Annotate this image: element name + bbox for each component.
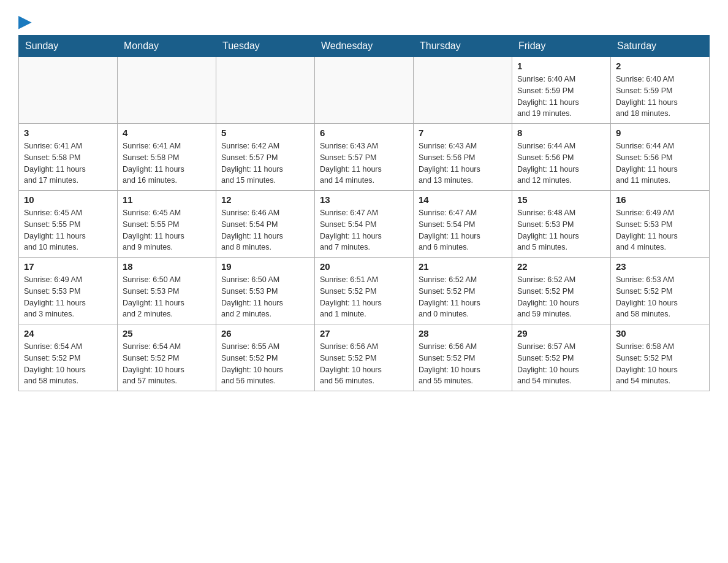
day-number: 19 [221,261,309,272]
day-info: Sunrise: 6:41 AM Sunset: 5:58 PM Dayligh… [24,140,112,186]
day-number: 7 [419,128,507,138]
calendar-cell [216,57,315,124]
day-number: 27 [320,328,408,339]
calendar-cell: 27Sunrise: 6:56 AM Sunset: 5:52 PM Dayli… [315,324,414,391]
calendar-cell [315,57,414,124]
day-info: Sunrise: 6:52 AM Sunset: 5:52 PM Dayligh… [517,274,605,320]
day-number: 8 [517,128,605,138]
calendar-week-row: 10Sunrise: 6:45 AM Sunset: 5:55 PM Dayli… [19,191,710,258]
day-number: 28 [419,328,507,339]
day-info: Sunrise: 6:50 AM Sunset: 5:53 PM Dayligh… [123,274,211,320]
day-number: 16 [616,194,704,205]
calendar-cell: 16Sunrise: 6:49 AM Sunset: 5:53 PM Dayli… [611,191,710,258]
day-header-monday: Monday [118,36,216,57]
day-info: Sunrise: 6:40 AM Sunset: 5:59 PM Dayligh… [517,74,605,120]
day-number: 24 [24,328,112,339]
day-info: Sunrise: 6:46 AM Sunset: 5:54 PM Dayligh… [221,207,309,253]
day-info: Sunrise: 6:56 AM Sunset: 5:52 PM Dayligh… [419,341,507,387]
header: ▶ [18,12,710,29]
day-number: 18 [123,261,211,272]
day-info: Sunrise: 6:41 AM Sunset: 5:58 PM Dayligh… [123,140,211,186]
day-number: 3 [24,128,112,138]
day-number: 25 [123,328,211,339]
calendar-cell: 21Sunrise: 6:52 AM Sunset: 5:52 PM Dayli… [414,258,512,324]
calendar-week-row: 17Sunrise: 6:49 AM Sunset: 5:53 PM Dayli… [19,258,710,324]
day-info: Sunrise: 6:48 AM Sunset: 5:53 PM Dayligh… [517,207,605,253]
calendar-cell: 17Sunrise: 6:49 AM Sunset: 5:53 PM Dayli… [19,258,118,324]
calendar-cell: 7Sunrise: 6:43 AM Sunset: 5:56 PM Daylig… [414,124,512,191]
calendar-cell: 6Sunrise: 6:43 AM Sunset: 5:57 PM Daylig… [315,124,414,191]
calendar-cell: 11Sunrise: 6:45 AM Sunset: 5:55 PM Dayli… [118,191,216,258]
day-info: Sunrise: 6:58 AM Sunset: 5:52 PM Dayligh… [616,341,704,387]
day-header-friday: Friday [512,36,611,57]
calendar-cell: 24Sunrise: 6:54 AM Sunset: 5:52 PM Dayli… [19,324,118,391]
calendar-cell: 4Sunrise: 6:41 AM Sunset: 5:58 PM Daylig… [118,124,216,191]
calendar-header-row: SundayMondayTuesdayWednesdayThursdayFrid… [19,36,710,57]
logo-blue-text: ▶ [18,12,31,31]
day-number: 4 [123,128,211,138]
day-header-tuesday: Tuesday [216,36,315,57]
day-info: Sunrise: 6:54 AM Sunset: 5:52 PM Dayligh… [24,341,112,387]
calendar-cell: 9Sunrise: 6:44 AM Sunset: 5:56 PM Daylig… [611,124,710,191]
day-number: 6 [320,128,408,138]
day-number: 23 [616,261,704,272]
calendar-cell: 25Sunrise: 6:54 AM Sunset: 5:52 PM Dayli… [118,324,216,391]
day-info: Sunrise: 6:42 AM Sunset: 5:57 PM Dayligh… [221,140,309,186]
calendar-cell: 18Sunrise: 6:50 AM Sunset: 5:53 PM Dayli… [118,258,216,324]
day-info: Sunrise: 6:45 AM Sunset: 5:55 PM Dayligh… [123,207,211,253]
calendar-cell: 8Sunrise: 6:44 AM Sunset: 5:56 PM Daylig… [512,124,611,191]
day-number: 11 [123,194,211,205]
day-number: 2 [616,61,704,71]
calendar-table: SundayMondayTuesdayWednesdayThursdayFrid… [18,35,710,391]
day-info: Sunrise: 6:43 AM Sunset: 5:57 PM Dayligh… [320,140,408,186]
calendar-cell: 10Sunrise: 6:45 AM Sunset: 5:55 PM Dayli… [19,191,118,258]
day-header-saturday: Saturday [611,36,710,57]
day-number: 9 [616,128,704,138]
day-info: Sunrise: 6:40 AM Sunset: 5:59 PM Dayligh… [616,74,704,120]
day-info: Sunrise: 6:47 AM Sunset: 5:54 PM Dayligh… [320,207,408,253]
calendar-cell: 14Sunrise: 6:47 AM Sunset: 5:54 PM Dayli… [414,191,512,258]
day-number: 26 [221,328,309,339]
calendar-cell: 15Sunrise: 6:48 AM Sunset: 5:53 PM Dayli… [512,191,611,258]
day-number: 12 [221,194,309,205]
day-number: 20 [320,261,408,272]
day-info: Sunrise: 6:56 AM Sunset: 5:52 PM Dayligh… [320,341,408,387]
day-info: Sunrise: 6:45 AM Sunset: 5:55 PM Dayligh… [24,207,112,253]
calendar-cell: 3Sunrise: 6:41 AM Sunset: 5:58 PM Daylig… [19,124,118,191]
calendar-cell: 20Sunrise: 6:51 AM Sunset: 5:52 PM Dayli… [315,258,414,324]
day-info: Sunrise: 6:44 AM Sunset: 5:56 PM Dayligh… [616,140,704,186]
day-number: 5 [221,128,309,138]
day-number: 17 [24,261,112,272]
day-info: Sunrise: 6:47 AM Sunset: 5:54 PM Dayligh… [419,207,507,253]
day-header-sunday: Sunday [19,36,118,57]
calendar-cell: 2Sunrise: 6:40 AM Sunset: 5:59 PM Daylig… [611,57,710,124]
day-info: Sunrise: 6:51 AM Sunset: 5:52 PM Dayligh… [320,274,408,320]
calendar-week-row: 24Sunrise: 6:54 AM Sunset: 5:52 PM Dayli… [19,324,710,391]
day-info: Sunrise: 6:53 AM Sunset: 5:52 PM Dayligh… [616,274,704,320]
calendar-cell: 26Sunrise: 6:55 AM Sunset: 5:52 PM Dayli… [216,324,315,391]
day-number: 1 [517,61,605,71]
calendar-cell: 22Sunrise: 6:52 AM Sunset: 5:52 PM Dayli… [512,258,611,324]
day-number: 22 [517,261,605,272]
day-header-wednesday: Wednesday [315,36,414,57]
calendar-cell [19,57,118,124]
day-number: 29 [517,328,605,339]
calendar-cell: 1Sunrise: 6:40 AM Sunset: 5:59 PM Daylig… [512,57,611,124]
calendar-cell: 19Sunrise: 6:50 AM Sunset: 5:53 PM Dayli… [216,258,315,324]
day-number: 21 [419,261,507,272]
calendar-cell [414,57,512,124]
day-info: Sunrise: 6:43 AM Sunset: 5:56 PM Dayligh… [419,140,507,186]
day-info: Sunrise: 6:49 AM Sunset: 5:53 PM Dayligh… [24,274,112,320]
calendar-cell: 28Sunrise: 6:56 AM Sunset: 5:52 PM Dayli… [414,324,512,391]
calendar-cell [118,57,216,124]
logo: ▶ [18,12,31,29]
day-info: Sunrise: 6:52 AM Sunset: 5:52 PM Dayligh… [419,274,507,320]
day-info: Sunrise: 6:50 AM Sunset: 5:53 PM Dayligh… [221,274,309,320]
day-info: Sunrise: 6:49 AM Sunset: 5:53 PM Dayligh… [616,207,704,253]
day-number: 15 [517,194,605,205]
day-info: Sunrise: 6:54 AM Sunset: 5:52 PM Dayligh… [123,341,211,387]
day-number: 30 [616,328,704,339]
day-header-thursday: Thursday [414,36,512,57]
day-number: 10 [24,194,112,205]
calendar-cell: 23Sunrise: 6:53 AM Sunset: 5:52 PM Dayli… [611,258,710,324]
